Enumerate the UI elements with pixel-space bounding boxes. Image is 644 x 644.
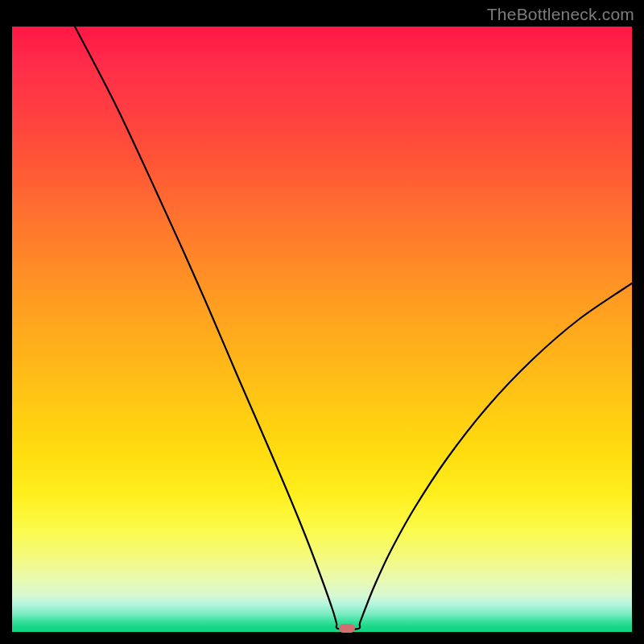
curve-svg — [12, 27, 632, 632]
bottleneck-curve — [75, 27, 632, 630]
chart-root: TheBottleneck.com — [0, 0, 644, 644]
plot-area — [12, 27, 632, 632]
watermark-text: TheBottleneck.com — [487, 5, 634, 24]
target-marker — [339, 624, 355, 633]
